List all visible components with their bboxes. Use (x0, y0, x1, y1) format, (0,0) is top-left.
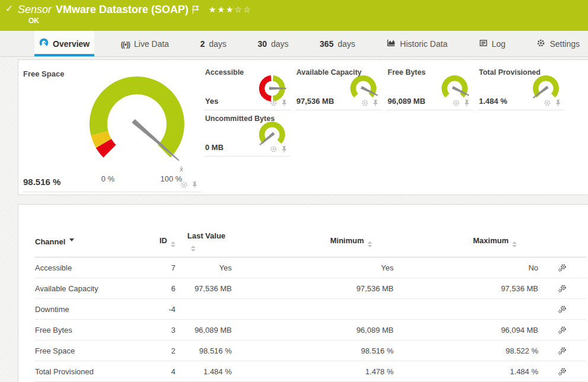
gauge-cell-uncommitted-bytes: Uncommitted Bytes 0 MB (204, 111, 290, 157)
tab-label: Overview (53, 39, 90, 49)
gauge-cell-accessible: Accessible Yes (204, 65, 290, 110)
tab-log[interactable]: Log (474, 31, 510, 56)
status-check-icon: ✓ (5, 3, 13, 14)
tab-label: days (338, 39, 356, 49)
free-space-gauge: 0 %100 %x̄ (78, 65, 196, 183)
pin-icon[interactable] (280, 99, 288, 107)
channels-table: ChannelIDLast ValueMinimumMaximum Access… (35, 228, 586, 382)
gauge-title: Free Bytes (388, 68, 426, 77)
gear-icon[interactable] (544, 99, 551, 107)
star-filled-icon[interactable]: ★ (218, 2, 226, 17)
column-header-last-value[interactable]: Last Value (175, 228, 232, 257)
chart-icon (386, 38, 396, 49)
table-header-row: ChannelIDLast ValueMinimumMaximum (35, 228, 586, 257)
table-row: Total Provisioned 4 1.484 % 1.478 % 1.48… (35, 361, 586, 382)
channel-cell: Free Bytes (35, 320, 154, 340)
gauge-cell-actions (270, 145, 288, 153)
channel-settings-gears-icon[interactable] (558, 263, 567, 272)
maximum-cell: 97,536 MB (394, 278, 538, 299)
table-row: Available Capacity 6 97,536 MB 97,536 MB… (35, 278, 586, 299)
gear-icon[interactable] (270, 99, 277, 107)
tab-live-data[interactable]: ((•))Live Data (116, 31, 174, 56)
channel-settings-cell (538, 299, 586, 320)
column-header-minimum[interactable]: Minimum (232, 228, 394, 257)
tab-365-days[interactable]: 365days (315, 31, 360, 56)
gauge-value: 97,536 MB (296, 97, 334, 106)
maximum-cell: 1.484 % (394, 361, 538, 382)
tab-bar: Overview((•))Live Data2days30days365days… (0, 31, 588, 57)
last-value-cell: 97,536 MB (175, 278, 232, 299)
star-empty-icon[interactable]: ☆ (235, 2, 244, 17)
tab-historic-data[interactable]: Historic Data (382, 31, 452, 56)
gauge-average-marker-label: x̄ (180, 165, 183, 173)
gauge-value: 98.516 % (23, 177, 60, 187)
star-filled-icon[interactable]: ★ (209, 2, 218, 17)
pin-icon[interactable] (372, 99, 379, 107)
tab-2-days[interactable]: 2days (196, 31, 231, 56)
gauge-cell-free-space: Free Space 0 %100 %x̄ 98.516 % (23, 65, 201, 192)
minimum-cell: Yes (232, 257, 394, 278)
live-icon: ((•)) (121, 39, 130, 49)
channel-settings-gears-icon[interactable] (558, 346, 567, 355)
channel-settings-gears-icon[interactable] (558, 326, 567, 335)
pin-icon[interactable] (554, 99, 562, 107)
maximum-cell (394, 299, 538, 320)
gauge-icon (39, 38, 49, 49)
pin-icon[interactable] (463, 99, 471, 107)
gauge-cell-actions (270, 99, 288, 107)
gauge-value: Yes (205, 97, 218, 106)
minimum-cell: 97,536 MB (232, 278, 394, 299)
channel-cell: Available Capacity (35, 278, 154, 299)
channel-settings-gears-icon[interactable] (558, 367, 567, 376)
flag-icon[interactable] (192, 5, 199, 14)
column-header-maximum[interactable]: Maximum (394, 228, 538, 257)
gauges-panel: Free Space 0 %100 %x̄ 98.516 % Accessibl… (18, 59, 588, 195)
gauge-cell-actions (544, 99, 562, 107)
channel-settings-cell (538, 257, 586, 278)
tab-number: 2 (200, 39, 205, 49)
pin-icon[interactable] (191, 181, 199, 189)
sensor-header: ✓ Sensor VMware Datastore (SOAP) ★★★☆☆ O… (0, 0, 588, 31)
sort-caret-icon (69, 238, 74, 244)
priority-stars[interactable]: ★★★☆☆ (209, 2, 252, 17)
tab-30-days[interactable]: 30days (253, 31, 293, 56)
tab-settings[interactable]: Settings (532, 31, 584, 56)
gear-icon[interactable] (270, 145, 277, 153)
pin-icon[interactable] (280, 145, 288, 153)
gear-icon[interactable] (180, 181, 188, 189)
column-header-channel[interactable]: Channel (35, 228, 154, 257)
tab-overview[interactable]: Overview (34, 31, 94, 56)
id-cell: -4 (154, 299, 175, 320)
last-value-cell: 98.516 % (175, 340, 232, 361)
channel-cell: Total Provisioned (35, 361, 154, 382)
gauge-value: 0 MB (205, 143, 223, 152)
table-row: Free Space 2 98.516 % 98.516 % 98.522 % (35, 340, 586, 361)
channel-settings-gears-icon[interactable] (558, 284, 567, 293)
tab-number: 30 (258, 39, 267, 49)
column-header-id[interactable]: ID (154, 228, 175, 257)
tab-number: 365 (319, 39, 333, 49)
gauge-cell-actions (361, 99, 379, 107)
table-row: Accessible 7 Yes Yes No (35, 257, 586, 278)
table-row: Free Bytes 3 96,089 MB 96,089 MB 96,094 … (35, 320, 586, 340)
id-cell: 7 (154, 257, 175, 278)
gear-icon[interactable] (361, 99, 369, 107)
minimum-cell: 96,089 MB (232, 320, 394, 340)
gauge-max-label: 100 % (161, 174, 183, 183)
tab-label: Log (492, 39, 506, 49)
column-label: Maximum (473, 236, 509, 245)
object-kind-label: Sensor (18, 2, 52, 17)
channel-settings-gears-icon[interactable] (558, 305, 567, 314)
column-label: ID (159, 236, 167, 245)
channel-settings-cell (538, 340, 586, 361)
gauge-cell-available-capacity: Available Capacity 97,536 MB (295, 65, 382, 110)
tab-label: Settings (549, 39, 580, 49)
channel-cell: Downtime (35, 299, 154, 320)
star-filled-icon[interactable]: ★ (226, 2, 235, 17)
gear-icon[interactable] (452, 99, 460, 107)
sort-icon (368, 241, 372, 247)
id-cell: 6 (154, 278, 175, 299)
channel-cell: Accessible (35, 257, 154, 278)
star-empty-icon[interactable]: ☆ (243, 2, 252, 17)
sensor-title-line: Sensor VMware Datastore (SOAP) ★★★☆☆ (18, 2, 252, 17)
